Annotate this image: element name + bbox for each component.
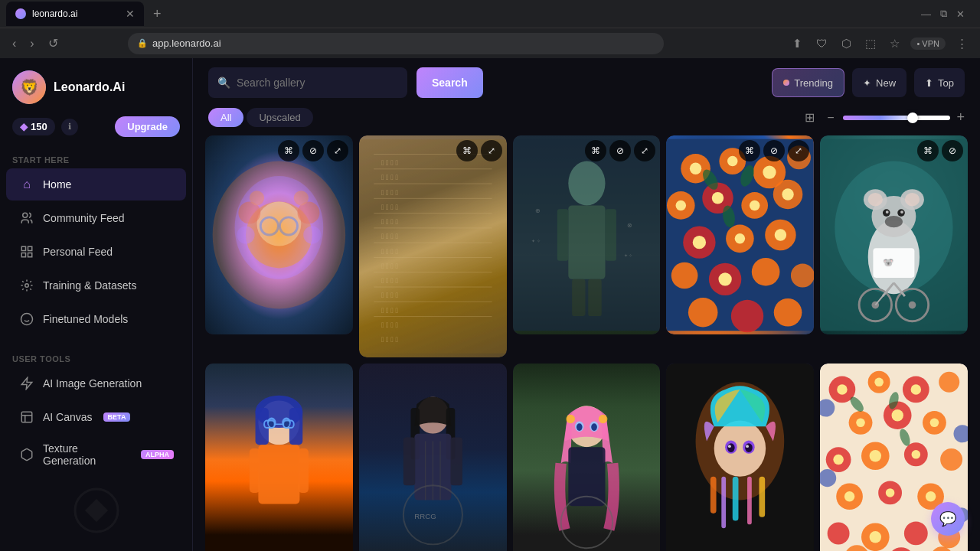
magic-button-hier[interactable]: ⌘ (456, 140, 478, 161)
address-bar: ‹ › ↺ 🔒 app.leonardo.ai ⬆ 🛡 ⬡ ⬚ ☆ • VPN … (0, 28, 980, 58)
svg-rect-126 (250, 448, 260, 493)
expand-button-colorful[interactable]: ⤢ (788, 368, 809, 390)
minimize-button[interactable]: — (921, 8, 931, 20)
sidebar-item-home[interactable]: ⌂ Home (6, 168, 186, 201)
magic-button-floral[interactable]: ⌘ (917, 368, 939, 390)
reload-button[interactable]: ↺ (45, 33, 61, 54)
svg-rect-164 (760, 477, 766, 517)
share-icon[interactable]: ⬆ (789, 34, 805, 54)
svg-rect-119 (256, 408, 269, 445)
expand-button-hier[interactable]: ⤢ (481, 140, 502, 161)
search-button[interactable]: Search (416, 67, 483, 98)
shield-icon[interactable]: 🛡 (813, 34, 831, 53)
bookmark-icon[interactable]: ☆ (887, 34, 903, 54)
info-button[interactable]: ℹ (61, 119, 78, 135)
zoom-in-icon[interactable]: + (956, 109, 965, 126)
tab-close-button[interactable]: ✕ (126, 8, 135, 20)
sidebar-item-texture[interactable]: Texture Generation ALPHA (6, 435, 186, 474)
upgrade-button[interactable]: Upgrade (115, 116, 180, 137)
community-feed-label: Community Feed (43, 212, 125, 224)
gallery-item-flowers[interactable]: ⌘ ⊘ ⤢ (666, 135, 814, 334)
search-input[interactable] (237, 77, 398, 89)
close-button[interactable]: ✕ (956, 8, 965, 20)
zoom-thumb (907, 112, 918, 123)
svg-rect-136 (450, 438, 462, 486)
gallery-item-colorful-girl[interactable]: ⌘ ⊘ ⤢ (666, 364, 814, 551)
edit-button-warrior[interactable]: ⊘ (609, 140, 631, 161)
magic-button-anime[interactable]: ⌘ (278, 368, 299, 390)
image-hieroglyphs: 𓀀 𓀁 𓀂 𓀃 𓀄 𓀅 𓀆 𓀇 𓁀 𓁁 𓁂 𓁃 𓂀 𓂁 𓂂 𓂃 𓃀 𓃁 𓃂 𓃃 … (359, 135, 507, 357)
edit-button-flowers[interactable]: ⊘ (763, 140, 785, 161)
credits-icon: ◆ (20, 121, 28, 132)
expand-button-lion[interactable]: ⤢ (327, 140, 348, 161)
gallery-item-pink-girl[interactable]: ⌘ ⊘ ⤢ (513, 364, 661, 551)
svg-rect-54 (557, 209, 567, 260)
expand-button-warrior[interactable]: ⤢ (634, 140, 655, 161)
grid-layout-icon[interactable]: ⊞ (802, 107, 818, 128)
gallery-item-koala[interactable]: 🐨 ⌘ ⊘ (820, 135, 968, 334)
sidebar-item-finetuned[interactable]: Finetuned Models (6, 303, 186, 335)
svg-text:RRCG: RRCG (414, 512, 436, 520)
svg-text:⊕: ⊕ (535, 207, 541, 214)
forward-button[interactable]: › (27, 34, 37, 54)
tab-all[interactable]: All (208, 108, 243, 127)
magic-button-pink[interactable]: ⌘ (585, 368, 606, 390)
trending-button[interactable]: Trending (772, 68, 844, 97)
edit-button-floral[interactable]: ⊘ (942, 368, 963, 390)
chat-bubble-button[interactable]: 💬 (931, 502, 965, 536)
expand-button-dark[interactable]: ⊘ (481, 368, 502, 390)
magic-button-warrior[interactable]: ⌘ (585, 140, 606, 161)
gallery-item-warrior[interactable]: ⊕ ⊗ ✦ ✧ ✦ ✧ ⌘ ⊘ ⤢ (513, 135, 661, 334)
gallery-item-anime-girl[interactable]: ⌘ ⊘ ⤢ (205, 364, 353, 551)
edit-button-colorful[interactable]: ⊘ (763, 368, 785, 390)
gallery-item-dark-warrior[interactable]: RRCG ⊘ (359, 364, 507, 551)
edit-button-koala[interactable]: ⊘ (942, 140, 963, 161)
new-tab-button[interactable]: + (147, 6, 168, 22)
tab-upscaled[interactable]: Upscaled (247, 108, 312, 127)
svg-point-106 (886, 210, 889, 214)
magic-button-koala[interactable]: ⌘ (917, 140, 939, 161)
app-container: 🦁 Leonardo.Ai ◆ 150 ℹ Upgrade Start Here… (0, 58, 980, 551)
svg-point-167 (837, 384, 847, 394)
edit-button-anime[interactable]: ⊘ (302, 368, 324, 390)
chat-icon: 💬 (939, 510, 956, 527)
gallery-grid: ⌘ ⊘ ⤢ (205, 135, 968, 551)
url-text: app.leonardo.ai (152, 37, 221, 49)
magic-button-lion[interactable]: ⌘ (278, 140, 299, 161)
top-bar-right: Trending ✦ New ⬆ Top (772, 68, 965, 97)
zoom-slider[interactable] (843, 116, 950, 120)
sidebar-item-training[interactable]: Training & Datasets (6, 269, 186, 302)
zoom-out-icon[interactable]: − (824, 108, 837, 128)
svg-point-145 (576, 423, 582, 431)
brand-name: Leonardo.Ai (54, 80, 125, 94)
sidebar-item-ai-canvas[interactable]: AI Canvas BETA (6, 401, 186, 433)
maximize-button[interactable]: ⧉ (940, 8, 947, 20)
expand-button-pink[interactable]: ⤢ (634, 368, 655, 390)
profile-icon[interactable]: ⬚ (862, 34, 879, 54)
svg-point-169 (875, 378, 884, 387)
magic-button-flowers[interactable]: ⌘ (739, 140, 760, 161)
new-button[interactable]: ✦ New (852, 68, 906, 97)
url-bar[interactable]: 🔒 app.leonardo.ai (128, 33, 664, 54)
svg-point-182 (870, 450, 881, 461)
sidebar-item-ai-image[interactable]: AI Image Generation (6, 367, 186, 399)
gallery-item-lion[interactable]: ⌘ ⊘ ⤢ (205, 135, 353, 334)
ai-image-icon (18, 375, 35, 392)
training-label: Training & Datasets (43, 279, 136, 292)
window-controls: — ⧉ ✕ (921, 8, 974, 20)
menu-icon[interactable]: ⋮ (953, 34, 971, 54)
active-tab[interactable]: leonardo.ai ✕ (6, 2, 144, 26)
back-button[interactable]: ‹ (9, 34, 19, 54)
magic-button-colorful[interactable]: ⌘ (739, 368, 760, 390)
edit-button-lion[interactable]: ⊘ (302, 140, 324, 161)
gallery-item-hieroglyphs[interactable]: 𓀀 𓀁 𓀂 𓀃 𓀄 𓀅 𓀆 𓀇 𓁀 𓁁 𓁂 𓁃 𓂀 𓂁 𓂂 𓂃 𓃀 𓃁 𓃂 𓃃 … (359, 135, 507, 357)
svg-text:𓉀 𓉁 𓉂 𓉃: 𓉀 𓉁 𓉂 𓉃 (381, 306, 398, 315)
extensions-icon[interactable]: ⬡ (838, 34, 854, 54)
sidebar-item-personal-feed[interactable]: Personal Feed (6, 236, 186, 268)
top-button[interactable]: ⬆ Top (914, 68, 965, 97)
expand-button-anime[interactable]: ⤢ (327, 368, 348, 390)
edit-button-pink[interactable]: ⊘ (609, 368, 631, 390)
expand-button-flowers[interactable]: ⤢ (788, 140, 809, 161)
sidebar-item-community-feed[interactable]: Community Feed (6, 202, 186, 234)
svg-text:𓀀 𓀁 𓀂 𓀃: 𓀀 𓀁 𓀂 𓀃 (381, 158, 398, 167)
